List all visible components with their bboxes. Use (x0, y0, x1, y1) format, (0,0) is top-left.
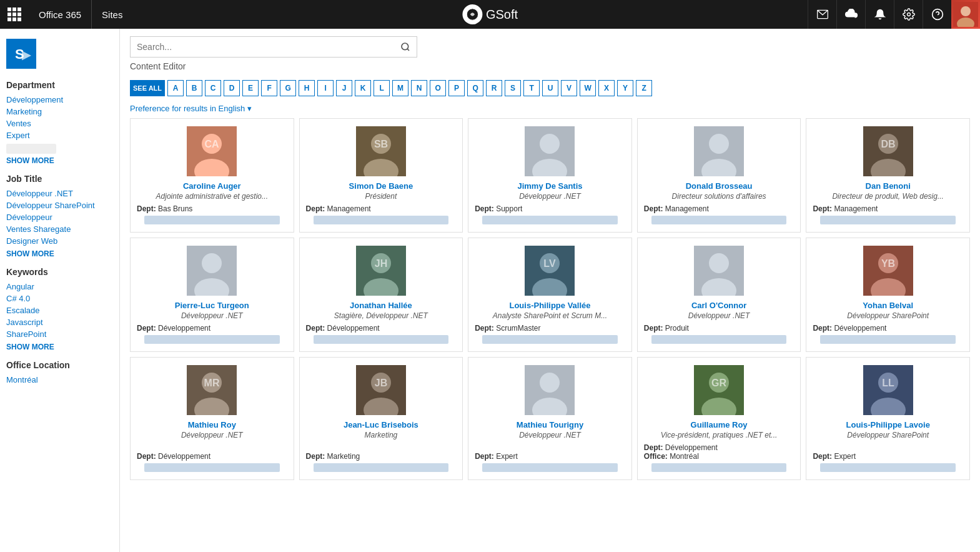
alpha-btn-m[interactable]: M (392, 80, 408, 96)
alpha-btn-s[interactable]: S (505, 80, 521, 96)
person-name[interactable]: Dan Benoni (866, 181, 911, 191)
alpha-btn-u[interactable]: U (542, 80, 558, 96)
person-card: YB Yohan BelvalDéveloppeur SharePointDep… (806, 238, 970, 352)
show-more-job-button[interactable]: SHOW MORE (6, 249, 113, 258)
person-name[interactable]: Pierre-Luc Turgeon (175, 301, 249, 310)
sidebar-item-marketing[interactable]: Marketing (6, 106, 113, 118)
alpha-btn-z[interactable]: Z (636, 80, 652, 96)
alpha-btn-p[interactable]: P (448, 80, 465, 96)
sidebar-item-montreal[interactable]: Montréal (6, 374, 113, 386)
person-name[interactable]: Jean-Luc Brisebois (344, 420, 418, 429)
job-title-section-title: Job Title (6, 174, 113, 184)
person-name[interactable]: Simon De Baene (349, 181, 413, 191)
content-editor-label: Content Editor (130, 61, 970, 71)
person-avatar: LV (525, 246, 575, 296)
alpha-btn-b[interactable]: B (186, 80, 202, 96)
alpha-btn-j[interactable]: J (336, 80, 352, 96)
alpha-btn-v[interactable]: V (561, 80, 577, 96)
person-title: Analyste SharePoint et Scrum M... (493, 311, 607, 320)
sidebar-item-ventes-sharegate[interactable]: Ventes Sharegate (6, 223, 113, 235)
svg-point-58 (540, 373, 560, 393)
sidebar-item-escalade[interactable]: Escalade (6, 304, 113, 316)
person-card: Jimmy De SantisDéveloppeur .NETDept: Sup… (468, 118, 632, 233)
user-avatar[interactable] (951, 0, 980, 29)
alpha-btn-y[interactable]: Y (617, 80, 633, 96)
alpha-btn-r[interactable]: R (486, 80, 502, 96)
person-name[interactable]: Louis-Philippe Lavoie (846, 420, 930, 429)
alpha-btn-x[interactable]: X (598, 80, 615, 96)
app-launcher-button[interactable] (0, 0, 29, 29)
sidebar-item-javascript[interactable]: Javascript (6, 316, 113, 328)
alpha-btn-f[interactable]: F (261, 80, 277, 96)
search-box[interactable] (130, 36, 417, 58)
main-content: Content Editor SEE ALL A B C D E F G H I… (120, 29, 980, 552)
sidebar-item-expert[interactable]: Expert (6, 129, 113, 141)
office365-label[interactable]: Office 365 (29, 0, 92, 29)
alpha-btn-h[interactable]: H (299, 80, 315, 96)
person-name[interactable]: Donald Brosseau (686, 181, 753, 191)
alpha-btn-i[interactable]: I (317, 80, 334, 96)
office-location-section-title: Office Location (6, 360, 113, 370)
person-contact-bar (651, 335, 787, 344)
alpha-btn-o[interactable]: O (430, 80, 446, 96)
person-name[interactable]: Jimmy De Santis (517, 181, 582, 191)
show-more-dept-button[interactable]: SHOW MORE (6, 156, 113, 165)
person-name[interactable]: Mathieu Tourigny (517, 420, 583, 429)
person-title: Développeur .NET (181, 431, 243, 439)
person-name[interactable]: Jonathan Hallée (350, 301, 412, 310)
alpha-btn-c[interactable]: C (205, 80, 221, 96)
sidebar-item-csharp[interactable]: C# 4.0 (6, 293, 113, 304)
person-dept: Dept: Développement (137, 324, 287, 333)
gear-icon-button[interactable] (894, 0, 923, 29)
person-dept: Dept: Produit (644, 324, 794, 333)
alpha-btn-n[interactable]: N (411, 80, 427, 96)
alpha-btn-k[interactable]: K (355, 80, 371, 96)
person-dept: Dept: ScrumMaster (475, 324, 625, 333)
sidebar-item-angular[interactable]: Angular (6, 281, 113, 293)
person-title: Développeur .NET (688, 311, 750, 320)
sidebar-item-designer-web[interactable]: Designer Web (6, 235, 113, 247)
person-dept: Dept: Développement (644, 443, 794, 452)
person-name[interactable]: Yohan Belval (863, 301, 913, 310)
show-more-kw-button[interactable]: SHOW MORE (6, 343, 113, 351)
svg-text:YB: YB (881, 258, 895, 269)
help-icon-button[interactable] (923, 0, 951, 29)
preference-bar[interactable]: Preference for results in English ▾ (120, 101, 980, 118)
sidebar-item-developpement[interactable]: Développement (6, 94, 113, 106)
person-contact-bar (314, 463, 449, 472)
sidebar-blurred-item (6, 144, 56, 154)
person-avatar: GR (694, 365, 744, 415)
alpha-btn-l[interactable]: L (374, 80, 390, 96)
alpha-btn-d[interactable]: D (224, 80, 240, 96)
see-all-button[interactable]: SEE ALL (130, 80, 165, 96)
cloud-icon-button[interactable] (836, 0, 865, 29)
search-input[interactable] (131, 37, 394, 57)
person-name[interactable]: Guillaume Roy (691, 420, 748, 429)
alpha-btn-t[interactable]: T (523, 80, 540, 96)
alpha-btn-w[interactable]: W (580, 80, 596, 96)
person-name[interactable]: Louis-Philippe Vallée (509, 301, 590, 310)
person-avatar: SB (356, 126, 406, 176)
alpha-btn-e[interactable]: E (242, 80, 259, 96)
left-sidebar: S ▶ Department Développement Marketing V… (0, 29, 120, 552)
svg-text:▶: ▶ (22, 49, 32, 61)
person-title: Développeur SharePoint (847, 431, 929, 439)
search-button[interactable] (394, 37, 417, 57)
person-name[interactable]: Carl O'Connor (691, 301, 746, 310)
alpha-btn-a[interactable]: A (167, 80, 184, 96)
person-name[interactable]: Mathieu Roy (188, 420, 236, 429)
sidebar-item-ventes[interactable]: Ventes (6, 118, 113, 129)
sidebar-item-developpeur-net[interactable]: Développeur .NET (6, 188, 113, 199)
mail-icon-button[interactable] (808, 0, 836, 29)
person-name[interactable]: Caroline Auger (183, 181, 241, 191)
sites-label[interactable]: Sites (92, 0, 132, 29)
sidebar-item-developpeur[interactable]: Développeur (6, 211, 113, 223)
alpha-btn-g[interactable]: G (280, 80, 296, 96)
sidebar-item-developpeur-sp[interactable]: Développeur SharePoint (6, 199, 113, 211)
alpha-btn-q[interactable]: Q (467, 80, 483, 96)
bell-icon-button[interactable] (865, 0, 894, 29)
svg-text:GR: GR (711, 378, 726, 388)
person-dept: Dept: Développement (813, 324, 963, 333)
sidebar-item-sharepoint[interactable]: SharePoint (6, 328, 113, 340)
svg-point-25 (709, 134, 729, 154)
